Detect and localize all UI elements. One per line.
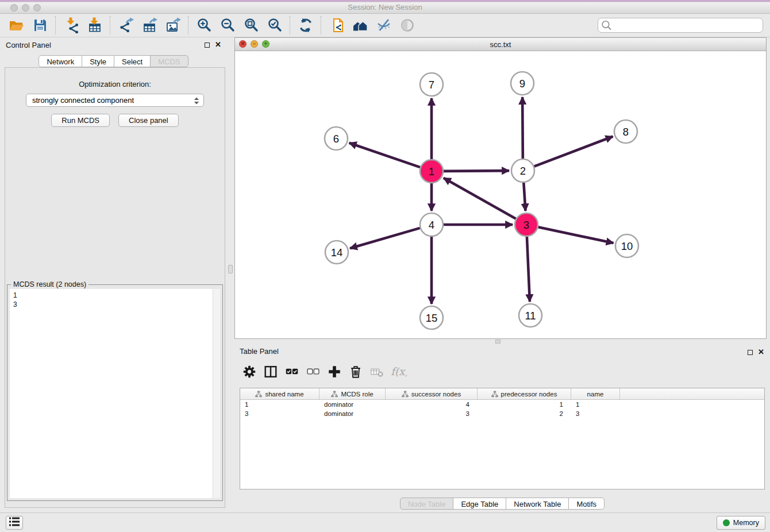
svg-text:f(x): f(x)	[391, 365, 407, 377]
graph-edge-1-6[interactable]	[349, 143, 420, 167]
network-canvas[interactable]: 7968124314101511	[235, 51, 766, 338]
memory-label: Memory	[733, 519, 759, 527]
tab-mcds[interactable]: MCDS	[150, 55, 188, 67]
deselect-all-icon[interactable]	[305, 363, 322, 380]
show-hidden-icon	[395, 16, 419, 35]
minimize-network-icon[interactable]: −	[251, 40, 258, 48]
float-panel-icon[interactable]	[205, 43, 210, 48]
memory-status-icon	[723, 519, 730, 526]
graph-node-label: 6	[333, 133, 339, 145]
column-header-shared-name[interactable]: shared name	[240, 388, 319, 399]
toolbar-group	[294, 16, 317, 35]
tab-node-table[interactable]: Node Table	[400, 498, 454, 510]
table-cell: 4	[386, 401, 478, 408]
graph-edge-2-9[interactable]	[522, 97, 523, 159]
refresh-layout-icon[interactable]	[294, 16, 317, 35]
tab-edge-table[interactable]: Edge Table	[453, 498, 506, 510]
graph-edge-2-8[interactable]	[534, 137, 613, 167]
toolbar-separator	[290, 16, 290, 34]
node-table: shared nameMCDS rolesuccessor nodesprede…	[240, 388, 765, 489]
graph-node-label: 3	[523, 219, 529, 231]
graph-node-label: 15	[426, 312, 438, 324]
network-title: scc.txt	[235, 38, 766, 51]
graph-edge-3-1[interactable]	[444, 178, 516, 219]
table-row[interactable]: 1dominator411	[240, 400, 764, 409]
column-header-name[interactable]: name	[571, 388, 620, 399]
status-bar: Memory	[0, 512, 770, 532]
table-cell: 3	[571, 410, 620, 417]
toolbar-separator	[110, 16, 110, 34]
export-table-icon[interactable]	[137, 16, 161, 35]
import-network-icon[interactable]	[59, 16, 83, 35]
table-panel-header: Table Panel ✕	[234, 345, 770, 358]
network-window: ✕ − + scc.txt 7968124314101511	[234, 37, 767, 339]
tab-network[interactable]: Network	[38, 55, 82, 67]
result-item[interactable]: 1	[10, 291, 220, 300]
task-history-button[interactable]	[6, 516, 23, 530]
run-mcds-button[interactable]: Run MCDS	[51, 114, 110, 127]
minimize-window-icon[interactable]	[22, 4, 29, 11]
control-panel-tabs: NetworkStyleSelectMCDS	[0, 55, 227, 67]
import-table-icon[interactable]	[83, 16, 106, 35]
close-table-panel-icon[interactable]: ✕	[758, 349, 764, 356]
column-header-predecessor-nodes[interactable]: predecessor nodes	[478, 388, 571, 399]
criterion-dropdown[interactable]: strongly connected component	[26, 94, 204, 107]
zoom-selected-icon[interactable]	[263, 16, 286, 35]
table-body: 1dominator4113dominator323	[240, 400, 764, 418]
column-header-mcds-role[interactable]: MCDS role	[319, 388, 386, 399]
graph-node-label: 9	[519, 78, 525, 90]
graph-edge-4-14[interactable]	[350, 228, 420, 248]
tab-motifs[interactable]: Motifs	[568, 498, 605, 510]
close-panel-button[interactable]: Close panel	[118, 114, 179, 127]
search-box	[598, 18, 763, 33]
zoom-fit-icon[interactable]	[239, 16, 263, 35]
export-network-icon[interactable]	[114, 16, 137, 35]
result-scrollbar[interactable]	[213, 289, 220, 498]
zoom-out-icon[interactable]	[215, 16, 239, 35]
graph-edge-1-2[interactable]	[444, 171, 509, 171]
maximize-network-icon[interactable]: +	[262, 40, 270, 48]
hide-selected-icon[interactable]	[372, 16, 395, 35]
delete-row-icon[interactable]	[347, 363, 364, 380]
tab-select[interactable]: Select	[114, 55, 151, 67]
toolbar-separator	[55, 16, 56, 34]
open-session-icon[interactable]	[5, 16, 28, 35]
table-row[interactable]: 3dominator323	[240, 409, 764, 418]
horizontal-splitter-handle[interactable]	[495, 340, 500, 344]
graph-node-label: 4	[429, 219, 434, 231]
close-window-icon[interactable]	[10, 4, 18, 11]
network-window-titlebar[interactable]: ✕ − + scc.txt	[235, 38, 766, 51]
graph-edge-3-11[interactable]	[527, 237, 530, 302]
first-neighbors-icon[interactable]	[348, 16, 372, 35]
graph-edge-2-3[interactable]	[523, 183, 525, 211]
zoom-window-icon[interactable]	[33, 4, 41, 11]
gear-icon[interactable]	[241, 363, 258, 380]
mcds-panel: Optimization criterion: strongly connect…	[5, 67, 225, 508]
float-table-panel-icon[interactable]	[748, 350, 753, 355]
graph-node-label: 10	[621, 240, 633, 252]
column-type-icon	[255, 391, 262, 398]
control-panel-header: Control Panel ✕	[0, 37, 227, 53]
header-filler	[620, 388, 764, 399]
export-image-icon[interactable]	[161, 16, 184, 35]
dropdown-stepper-icon	[192, 96, 201, 109]
add-row-icon[interactable]	[326, 363, 343, 380]
select-all-icon[interactable]	[283, 363, 301, 380]
memory-button[interactable]: Memory	[717, 516, 765, 530]
save-session-icon[interactable]	[28, 16, 52, 35]
close-network-icon[interactable]: ✕	[239, 40, 247, 48]
tab-network-table[interactable]: Network Table	[506, 498, 569, 510]
table-toolbar: f(x)	[241, 361, 407, 383]
graph-edge-3-10[interactable]	[538, 227, 614, 243]
column-label: MCDS role	[341, 391, 373, 398]
column-header-successor-nodes[interactable]: successor nodes	[386, 388, 478, 399]
zoom-in-icon[interactable]	[192, 16, 215, 35]
close-panel-icon[interactable]: ✕	[215, 41, 221, 48]
split-view-icon[interactable]	[262, 363, 279, 380]
vertical-splitter-handle[interactable]	[228, 265, 233, 273]
tab-style[interactable]: Style	[82, 55, 114, 67]
copy-style-icon[interactable]	[325, 16, 348, 35]
search-input[interactable]	[598, 18, 763, 33]
result-item[interactable]: 3	[10, 300, 220, 309]
table-tabs: Node TableEdge TableNetwork TableMotifs	[234, 498, 770, 510]
